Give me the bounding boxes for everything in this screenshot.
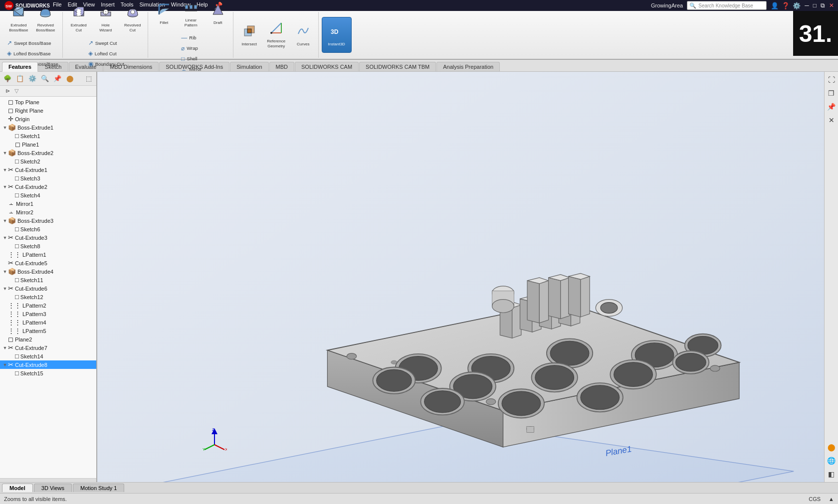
curves-button[interactable]: Curves bbox=[290, 17, 316, 53]
feature-tree-icon-color[interactable]: ⬤ bbox=[64, 73, 75, 84]
reference-geometry-button[interactable]: ReferenceGeometry bbox=[263, 17, 289, 53]
tree-item-top-plane[interactable]: ◻Top Plane bbox=[0, 98, 96, 106]
expander-cut-extrude6[interactable]: ▼ bbox=[2, 286, 8, 292]
expander-cut-extrude7[interactable]: ▼ bbox=[2, 345, 8, 351]
rib-button[interactable]: — Rib bbox=[179, 33, 204, 43]
extruded-boss-button[interactable]: Extruded Boss/Base bbox=[5, 1, 31, 37]
tab-solidworks-cam-tbm[interactable]: SOLIDWORKS CAM TBM bbox=[359, 62, 436, 71]
tree-item-sketch1[interactable]: □Sketch1 bbox=[0, 132, 96, 140]
status-arrow[interactable]: ▲ bbox=[829, 496, 834, 502]
filter-icon[interactable]: ⊳ bbox=[2, 86, 13, 97]
tree-item-sketch11[interactable]: □Sketch11 bbox=[0, 276, 96, 284]
rp-restore-icon[interactable]: ❐ bbox=[826, 87, 838, 99]
restore-btn[interactable]: □ bbox=[813, 2, 817, 9]
feature-tree-icon-search[interactable]: 🔍 bbox=[39, 73, 50, 84]
shell-button[interactable]: □ Shell bbox=[179, 54, 204, 64]
rp-pin-icon[interactable]: 📌 bbox=[826, 101, 838, 113]
tree-item-sketch6[interactable]: □Sketch6 bbox=[0, 225, 96, 233]
tree-item-plane2[interactable]: ◻Plane2 bbox=[0, 335, 96, 343]
feature-tree-icon-property[interactable]: 📋 bbox=[14, 73, 25, 84]
lofted-boss-button[interactable]: ◈ Lofted Boss/Base bbox=[5, 48, 60, 58]
options-icon[interactable]: ⚙️ bbox=[793, 2, 801, 9]
close-btn[interactable]: ✕ bbox=[829, 2, 834, 9]
boundary-cut-button[interactable]: ◉ Boundary Cut bbox=[86, 59, 126, 69]
feature-tree-icon-tree[interactable]: 🌳 bbox=[2, 73, 13, 84]
tree-item-boss-extrude1[interactable]: ▼📦Boss-Extrude1 bbox=[0, 123, 96, 132]
bottom-tab-model[interactable]: Model bbox=[2, 484, 33, 492]
maximize-btn[interactable]: ⧉ bbox=[821, 2, 825, 9]
expander-boss-extrude4[interactable]: ▼ bbox=[2, 269, 8, 275]
draft-button[interactable]: Draft bbox=[205, 0, 231, 32]
wrap-button[interactable]: ⌀ Wrap bbox=[179, 43, 204, 53]
tree-item-sketch4[interactable]: □Sketch4 bbox=[0, 191, 96, 199]
tree-item-sketch15[interactable]: □Sketch15 bbox=[0, 369, 96, 377]
expander-cut-extrude1[interactable]: ▼ bbox=[2, 167, 8, 173]
tree-filter-icon[interactable]: ⬚ bbox=[83, 73, 94, 84]
extruded-cut-button[interactable]: ExtrudedCut bbox=[66, 1, 92, 37]
tab-features[interactable]: Features bbox=[2, 62, 38, 72]
bottom-tab-motion[interactable]: Motion Study 1 bbox=[73, 484, 124, 492]
revolved-boss-button[interactable]: RevolvedBoss/Base bbox=[32, 1, 58, 37]
expander-boss-extrude1[interactable]: ▼ bbox=[2, 125, 8, 131]
expander-cut-extrude8[interactable]: ▼ bbox=[2, 362, 8, 368]
tree-item-lpattern2[interactable]: ⋮⋮LPattern2 bbox=[0, 301, 96, 310]
lofted-cut-button[interactable]: ◈ Lofted Cut bbox=[86, 48, 126, 58]
tree-item-mirror2[interactable]: ⫠Mirror2 bbox=[0, 208, 96, 216]
tree-item-sketch8[interactable]: □Sketch8 bbox=[0, 242, 96, 250]
tree-item-sketch14[interactable]: □Sketch14 bbox=[0, 352, 96, 360]
tree-item-cut-extrude7[interactable]: ▼✂Cut-Extrude7 bbox=[0, 343, 96, 352]
tree-item-plane1[interactable]: ◻Plane1 bbox=[0, 140, 96, 149]
tree-item-origin[interactable]: ✛Origin bbox=[0, 115, 96, 123]
tree-item-lpattern3[interactable]: ⋮⋮LPattern3 bbox=[0, 310, 96, 318]
tree-item-boss-extrude3[interactable]: ▼📦Boss-Extrude3 bbox=[0, 216, 96, 225]
tree-item-sketch2[interactable]: □Sketch2 bbox=[0, 157, 96, 166]
expander-cut-extrude3[interactable]: ▼ bbox=[2, 235, 8, 241]
tree-item-cut-extrude8[interactable]: ▼✂Cut-Extrude8 bbox=[0, 360, 96, 369]
tree-item-lpattern4[interactable]: ⋮⋮LPattern4 bbox=[0, 318, 96, 327]
tree-item-mirror1[interactable]: ⫠Mirror1 bbox=[0, 199, 96, 208]
instant3d-button[interactable]: 3D Instant3D bbox=[322, 17, 352, 53]
bottom-tabs: Model 3D Views Motion Study 1 bbox=[0, 482, 838, 493]
search-bar[interactable]: 🔍 Search Knowledge Base bbox=[687, 1, 767, 10]
feature-tree-icon-pin[interactable]: 📌 bbox=[52, 73, 63, 84]
tab-solidworks-cam[interactable]: SOLIDWORKS CAM bbox=[295, 62, 359, 71]
hole-wizard-button[interactable]: HoleWizard bbox=[93, 1, 119, 37]
expander-boss-extrude2[interactable]: ▼ bbox=[2, 150, 8, 156]
tree-item-cut-extrude1[interactable]: ▼✂Cut-Extrude1 bbox=[0, 166, 96, 174]
tree-item-cut-extrude3[interactable]: ▼✂Cut-Extrude3 bbox=[0, 233, 96, 242]
linear-pattern-button[interactable]: LinearPattern bbox=[178, 0, 204, 32]
user-icon[interactable]: 👤 bbox=[771, 2, 779, 9]
rp-maximize-icon[interactable]: ⛶ bbox=[826, 74, 838, 86]
revolved-cut-button[interactable]: RevolvedCut bbox=[120, 1, 146, 37]
bottom-tab-3dviews[interactable]: 3D Views bbox=[34, 484, 72, 492]
rp-scene-icon[interactable]: 🌐 bbox=[826, 455, 838, 467]
rp-close-icon[interactable]: ✕ bbox=[826, 114, 838, 126]
swept-boss-button[interactable]: ↗ Swept Boss/Base bbox=[5, 38, 60, 48]
expander-boss-extrude3[interactable]: ▼ bbox=[2, 218, 8, 224]
fillet-button[interactable]: Fillet bbox=[151, 0, 177, 32]
tree-item-sketch12[interactable]: □Sketch12 bbox=[0, 293, 96, 301]
tab-mbd[interactable]: MBD bbox=[269, 62, 294, 71]
tree-item-sketch3[interactable]: □Sketch3 bbox=[0, 174, 96, 182]
tree-item-lpattern1[interactable]: ⋮⋮LPattern1 bbox=[0, 250, 96, 259]
rp-decals-icon[interactable]: ◧ bbox=[826, 468, 838, 480]
tree-item-cut-extrude6[interactable]: ▼✂Cut-Extrude6 bbox=[0, 284, 96, 293]
feature-tree-icon-config[interactable]: ⚙️ bbox=[27, 73, 38, 84]
rp-appearances-icon[interactable]: ⬤ bbox=[826, 441, 838, 453]
viewport[interactable]: 🔍 ↖ ↺ ✋ 📷 🎯 ◻ ⧈ 💡 🎨 🌐 ◉ ◐ 👁 bbox=[97, 72, 824, 482]
tree-item-boss-extrude2[interactable]: ▼📦Boss-Extrude2 bbox=[0, 149, 96, 157]
expander-cut-extrude2[interactable]: ▼ bbox=[2, 184, 8, 190]
tree-item-right-plane[interactable]: ◻Right Plane bbox=[0, 106, 96, 115]
tree-item-boss-extrude4[interactable]: ▼📦Boss-Extrude4 bbox=[0, 267, 96, 276]
expander-sketch12 bbox=[9, 294, 15, 300]
help-icon[interactable]: ❓ bbox=[782, 2, 790, 9]
tree-item-cut-extrude2[interactable]: ▼✂Cut-Extrude2 bbox=[0, 182, 96, 191]
tab-simulation[interactable]: Simulation bbox=[230, 62, 268, 71]
tree-item-lpattern5[interactable]: ⋮⋮LPattern5 bbox=[0, 327, 96, 335]
tree-item-cut-extrude5[interactable]: ✂Cut-Extrude5 bbox=[0, 259, 96, 267]
minimize-btn[interactable]: ─ bbox=[805, 2, 809, 9]
tab-analysis-preparation[interactable]: Analysis Preparation bbox=[436, 62, 500, 71]
feature-tree-scrollbar[interactable] bbox=[0, 478, 96, 482]
swept-cut-button[interactable]: ↗ Swept Cut bbox=[86, 38, 126, 48]
intersect-button[interactable]: Intersect bbox=[236, 17, 262, 53]
